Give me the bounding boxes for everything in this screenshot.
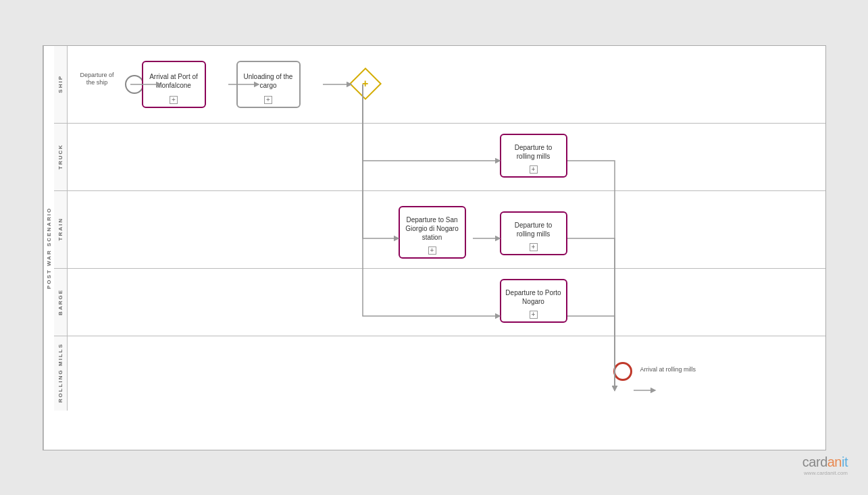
- unloading-plus[interactable]: +: [264, 96, 272, 104]
- san-giorgio-label: Departure to San Giorgio di Nogaro stati…: [404, 215, 461, 242]
- start-event: [125, 75, 144, 94]
- cardanit-it: it: [842, 454, 848, 469]
- arrival-rolling-label: Arrival at rolling mills: [640, 366, 696, 373]
- departure-rolling-truck-label: Departure to rolling mills: [505, 143, 562, 161]
- departure-rolling-truck-task[interactable]: Departure to rolling mills +: [500, 134, 567, 178]
- porto-nogaro-label: Departure to Porto Nogaro: [505, 288, 562, 306]
- lane-label-train: TRAIN: [57, 217, 63, 240]
- lane-label-rolling: ROLLING MILLS: [57, 343, 63, 402]
- san-giorgio-plus[interactable]: +: [428, 246, 436, 255]
- cardanit-an: an: [827, 454, 842, 469]
- arrival-monfalcone-label: Arrival at Port of Monfalcone: [147, 72, 201, 90]
- gateway-symbol: +: [362, 78, 368, 90]
- end-event: [613, 362, 632, 381]
- departure-ship-label: Departure of the ship: [77, 72, 118, 87]
- departure-rolling-train-task[interactable]: Departure to rolling mills +: [500, 211, 567, 255]
- truck-plus[interactable]: +: [530, 165, 538, 174]
- unloading-task[interactable]: Unloading of the cargo +: [236, 61, 301, 108]
- lane-label-ship: SHIP: [54, 75, 67, 93]
- train-plus[interactable]: +: [530, 243, 538, 251]
- cardanit-logo: cardanit: [802, 454, 848, 470]
- porto-nogaro-task[interactable]: Departure to Porto Nogaro +: [500, 279, 567, 323]
- lane-label-barge: BARGE: [57, 289, 63, 315]
- pool-label: POST WAR SCENARIO: [43, 46, 54, 450]
- san-giorgio-task[interactable]: Departure to San Giorgio di Nogaro stati…: [399, 206, 466, 259]
- porto-nogaro-plus[interactable]: +: [530, 311, 538, 319]
- arrival-monfalcone-plus[interactable]: +: [170, 96, 178, 104]
- gateway: +: [349, 67, 381, 99]
- unloading-label: Unloading of the cargo: [242, 72, 295, 90]
- cardanit-card: card: [802, 454, 827, 469]
- lane-label-truck: TRUCK: [57, 144, 63, 170]
- cardanit-url: www.cardanit.com: [804, 470, 848, 476]
- departure-rolling-train-label: Departure to rolling mills: [505, 221, 562, 238]
- arrival-monfalcone-task[interactable]: Arrival at Port of Monfalcone +: [142, 61, 206, 108]
